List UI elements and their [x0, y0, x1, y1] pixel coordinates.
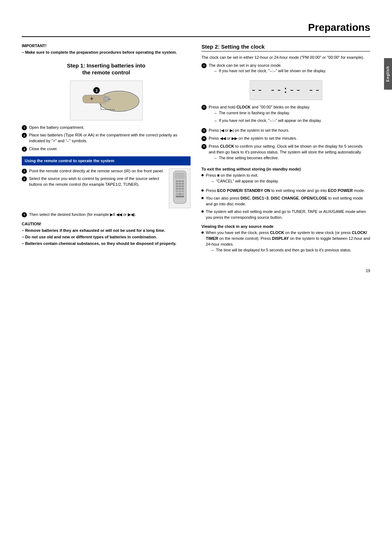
remote-item-2: 2 Select the source you wish to control …: [22, 176, 165, 188]
clock-step2: 2 Press and hold CLOCK and "00:00" blink…: [201, 104, 370, 126]
clock-step1-note: → If you have not set the clock, "--:--"…: [213, 68, 326, 74]
step2-intro: The clock can be set in either 12-hour o…: [201, 54, 370, 61]
svg-rect-11: [179, 180, 181, 182]
clock-step5-num: 5: [201, 144, 207, 149]
clock-step2-num: 2: [201, 105, 207, 110]
caution-box: CAUTION! – Remove batteries if they are …: [22, 222, 191, 247]
step2-heading: Step 2: Setting the clock: [201, 44, 370, 52]
svg-rect-25: [176, 193, 178, 195]
svg-rect-15: [181, 183, 184, 185]
svg-rect-14: [179, 183, 181, 185]
viewing-note: → The time will be displayed for 5 secon…: [210, 247, 370, 254]
svg-rect-27: [181, 193, 184, 195]
battery-svg: + – 3: [72, 82, 141, 119]
important-box: IMPORTANT! – Make sure to complete the p…: [22, 44, 191, 56]
svg-rect-13: [176, 183, 178, 185]
page: English Preparations IMPORTANT! – Make s…: [0, 0, 392, 554]
clock-step1-num: 1: [201, 63, 207, 68]
svg-rect-17: [179, 185, 181, 187]
clock-step1-list: 1 The dock can be set in any source mode…: [201, 63, 370, 76]
remote-control-image: [169, 168, 191, 208]
svg-rect-19: [176, 188, 178, 190]
clock-step3: 3 Press |◀ or ▶| on the system to set th…: [201, 128, 370, 134]
bullet-4: [201, 210, 204, 213]
step1-heading: Step 1: Inserting batteries intothe remo…: [22, 62, 191, 76]
bullet-1: [201, 174, 204, 176]
step1-list: 1 Open the battery compartment. 2 Place …: [22, 125, 191, 152]
remote-svg: [170, 170, 190, 206]
left-column: IMPORTANT! – Make sure to complete the p…: [22, 44, 191, 258]
svg-rect-21: [181, 188, 184, 190]
svg-text:+: +: [90, 95, 93, 102]
clock-step1: 1 The dock can be set in any source mode…: [201, 63, 370, 76]
caution-title: CAUTION!: [22, 222, 191, 226]
clock-step5: 5 Press CLOCK to confirm your setting. C…: [201, 144, 370, 163]
caution-text: – Remove batteries if they are exhausted…: [22, 227, 191, 247]
svg-rect-10: [176, 180, 178, 182]
exit-note-1: → "CANCEL" will appear on the display.: [210, 178, 279, 185]
language-tab: English: [384, 58, 392, 90]
exit-item-2: Press ECO POWER/ STANDBY ON to exit sett…: [201, 188, 370, 194]
step1-item-1: 1 Open the battery compartment.: [22, 125, 191, 131]
remote-section: 1 Point the remote control directly at t…: [22, 168, 191, 208]
page-number: 19: [22, 268, 370, 273]
clock-step4: 4 Press ◀◀ or ▶▶ on the system to set th…: [201, 136, 370, 141]
remote-num-1: 1: [22, 169, 27, 174]
svg-rect-18: [181, 185, 184, 187]
svg-rect-16: [176, 185, 178, 187]
right-column: Step 2: Setting the clock The clock can …: [201, 44, 370, 258]
svg-rect-9: [175, 173, 184, 178]
svg-rect-23: [179, 190, 181, 192]
step1-item-3: 3 Close the cover.: [22, 146, 191, 152]
remote-item-1: 1 Point the remote control directly at t…: [22, 168, 165, 174]
bullet-3: [201, 197, 204, 199]
clock-step5-note: → The time setting becomes effective.: [213, 155, 370, 161]
remote-steps-text: 1 Point the remote control directly at t…: [22, 168, 165, 208]
battery-image: + – 3: [70, 81, 143, 120]
svg-rect-20: [179, 188, 181, 190]
svg-rect-26: [179, 193, 181, 195]
exit-heading: To exit the setting without storing (in …: [201, 167, 370, 171]
clock-step3-num: 3: [201, 128, 207, 133]
remote-list: 1 Point the remote control directly at t…: [22, 168, 165, 188]
exit-item-3: You can also press DISC, DISC1~3, DISC C…: [201, 196, 370, 207]
remote-control-box: Using the remote control to operate the …: [22, 156, 191, 165]
svg-rect-12: [181, 180, 184, 182]
bullet-view-1: [201, 231, 204, 234]
page-title: Preparations: [22, 22, 370, 37]
remote-num-2: 2: [22, 176, 27, 181]
clock-step4-num: 4: [201, 136, 207, 141]
svg-text:3: 3: [95, 89, 98, 93]
exit-list: Press ■ on the system to exit. → "CANCEL…: [201, 173, 370, 220]
content-columns: IMPORTANT! – Make sure to complete the p…: [22, 44, 370, 258]
important-text: – Make sure to complete the preparation …: [22, 49, 191, 56]
clock-steps-list: 2 Press and hold CLOCK and "00:00" blink…: [201, 104, 370, 163]
remote-list-3: 3 Then select the desired function (for …: [22, 212, 191, 218]
viewing-list: When you have set the clock, press CLOCK…: [201, 230, 370, 255]
step1-num-1: 1: [22, 125, 27, 130]
step1-num-3: 3: [22, 147, 27, 152]
svg-rect-24: [181, 190, 184, 192]
remote-item-3: 3 Then select the desired function (for …: [22, 212, 191, 218]
svg-rect-28: [176, 196, 184, 197]
important-title: IMPORTANT!: [22, 44, 191, 48]
clock-step2-note2: → If you have not set the clock, "--:--"…: [213, 118, 322, 124]
bullet-2: [201, 189, 204, 192]
svg-rect-2: [83, 95, 106, 103]
remote-num-3: 3: [22, 212, 27, 217]
clock-step2-note1: → The current time is flashing on the di…: [213, 110, 322, 116]
step1-num-2: 2: [22, 133, 27, 138]
svg-text:–: –: [108, 96, 111, 102]
svg-rect-22: [176, 190, 178, 192]
exit-item-1: Press ■ on the system to exit. → "CANCEL…: [201, 173, 370, 186]
viewing-heading: Viewing the clock in any source mode: [201, 224, 370, 229]
step1-item-2: 2 Place two batteries (Type R06 or AA) i…: [22, 132, 191, 144]
exit-item-4: The system will also exit setting mode a…: [201, 209, 370, 221]
viewing-item-1: When you have set the clock, press CLOCK…: [201, 230, 370, 255]
battery-illustration: + – 3: [70, 81, 142, 120]
clock-display: -- --:-- --: [250, 80, 322, 100]
